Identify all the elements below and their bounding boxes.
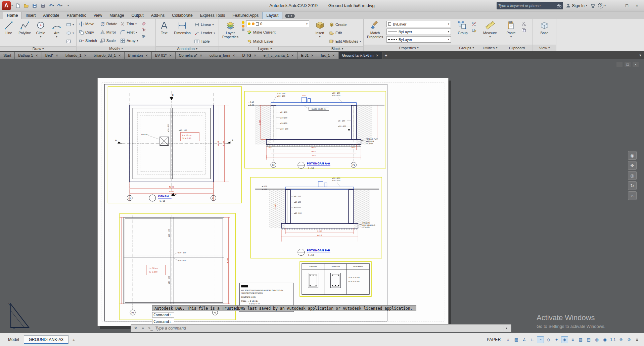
- close-icon[interactable]: ✕: [232, 54, 235, 57]
- make-current-button[interactable]: Make Current: [246, 28, 309, 36]
- ribbon-tab-express-tools[interactable]: Express Tools: [196, 12, 229, 19]
- erase-button[interactable]: [141, 20, 147, 27]
- object-snap-tracking-icon[interactable]: +: [553, 336, 560, 343]
- layer-dropdown[interactable]: 0 ▾: [246, 20, 309, 27]
- cut-button[interactable]: [521, 21, 527, 27]
- viewport-lower-plan[interactable]: ø10 - 100 ø10 - 100 ø10 - 100 ø10 - 100 …: [118, 213, 235, 320]
- ribbon-tab-home[interactable]: Home: [3, 12, 22, 19]
- orbit-button[interactable]: ↻: [628, 181, 637, 190]
- recent-commands-button[interactable]: ▲: [504, 326, 509, 331]
- ribbon-tab-featured-apps[interactable]: Featured Apps: [229, 12, 262, 19]
- zoom-extents-button[interactable]: ◎: [628, 171, 637, 180]
- layer-thaw-icon[interactable]: [242, 25, 244, 28]
- ribbon-tab-output[interactable]: Output: [128, 12, 147, 19]
- close-icon[interactable]: ✕: [332, 54, 335, 57]
- file-tab-ground-tank[interactable]: Ground tank 5x6 m✕: [339, 52, 382, 59]
- workspace-icon[interactable]: ⊛: [617, 336, 625, 343]
- layout-tab-groundtank-a3[interactable]: GROUNDTANK-A3: [24, 335, 68, 344]
- group-button[interactable]: Group: [456, 20, 469, 35]
- layer-properties-button[interactable]: Layer Properties: [221, 20, 240, 39]
- base-button[interactable]: Base: [537, 20, 552, 35]
- ortho-icon[interactable]: ∟: [529, 336, 536, 343]
- layer-on-icon[interactable]: [242, 21, 244, 24]
- new-layout-button[interactable]: +: [70, 336, 78, 344]
- dimension-button[interactable]: Dimension: [173, 20, 192, 35]
- hatch-button[interactable]: [65, 37, 75, 45]
- block-panel-footer[interactable]: Block▾: [311, 46, 363, 51]
- file-tab-bv01[interactable]: BV-01*✕: [152, 52, 176, 59]
- ribbon-tab-annotate[interactable]: Annotate: [39, 12, 63, 19]
- undo-button[interactable]: ↶▾: [48, 2, 55, 9]
- infer-constraints-icon[interactable]: ∠: [521, 336, 528, 343]
- annotation-monitor-icon[interactable]: ⊕: [626, 336, 633, 343]
- create-block-button[interactable]: Create: [328, 20, 362, 29]
- polar-tracking-icon[interactable]: ◔: [537, 336, 544, 343]
- doc-close-button[interactable]: ×: [633, 62, 639, 67]
- file-tab-efc-pianta1[interactable]: e_f_c_pianta_1✕: [260, 52, 298, 59]
- ungroup-button[interactable]: [471, 21, 477, 27]
- lineweight-icon[interactable]: ≡: [569, 336, 576, 343]
- close-icon[interactable]: ✕: [376, 54, 378, 57]
- file-tab-bed[interactable]: Bed*✕: [42, 52, 62, 59]
- file-tab-cornelia[interactable]: Cornelia-p*✕: [176, 52, 206, 59]
- customization-icon[interactable]: ≡: [634, 336, 641, 343]
- edit-attributes-button[interactable]: Edit Attributes▾: [328, 37, 362, 45]
- groups-panel-footer[interactable]: Groups▾: [454, 45, 479, 51]
- autoscale-icon[interactable]: ◉: [601, 336, 608, 343]
- redo-button[interactable]: ↷▾: [56, 2, 63, 9]
- rectangle-button[interactable]: ▾: [65, 20, 75, 29]
- leader-button[interactable]: Leader▾: [194, 29, 216, 37]
- paste-button[interactable]: Paste ▾: [503, 20, 519, 38]
- annotation-scale-icon[interactable]: 1:1: [609, 336, 616, 343]
- draw-panel-footer[interactable]: Draw▾: [0, 46, 76, 51]
- ellipse-button[interactable]: ▾: [65, 29, 75, 37]
- drawing-canvas[interactable]: – □ × ◉ ✥ ◎ ↻ ⌂: [0, 59, 644, 333]
- close-icon[interactable]: ✕: [118, 54, 121, 57]
- group-edit-button[interactable]: [471, 27, 477, 33]
- fillet-button[interactable]: Fillet▾: [120, 28, 139, 36]
- help-button[interactable]: ? ▾: [598, 3, 606, 8]
- clipboard-panel-footer[interactable]: Clipboard: [501, 45, 533, 51]
- open-button[interactable]: [22, 2, 30, 9]
- app-menu-caret-icon[interactable]: ▾: [11, 4, 13, 7]
- polyline-button[interactable]: Polyline: [18, 20, 32, 35]
- new-drawing-button[interactable]: [14, 2, 21, 9]
- table-button[interactable]: Table: [194, 37, 216, 45]
- close-icon[interactable]: ✕: [254, 54, 256, 57]
- qat-customize-button[interactable]: ▾: [64, 2, 72, 9]
- measure-button[interactable]: Measure ▾: [481, 20, 499, 38]
- file-tab-cottura-forni[interactable]: cottura_forni✕: [206, 52, 239, 59]
- search-input[interactable]: [498, 4, 556, 8]
- autocad-logo[interactable]: A: [2, 1, 11, 10]
- sign-in-button[interactable]: Sign In ▾: [566, 3, 587, 8]
- doc-restore-button[interactable]: □: [625, 62, 631, 67]
- file-tab-biliardo3d1[interactable]: biliardo_3d_1✕: [90, 52, 125, 59]
- utilities-panel-footer[interactable]: Utilities▾: [479, 45, 501, 51]
- paper-model-toggle[interactable]: PAPER: [487, 337, 501, 342]
- isodraft-icon[interactable]: ◇: [545, 336, 552, 343]
- doc-minimize-button[interactable]: –: [616, 62, 623, 67]
- annotation-panel-footer[interactable]: Annotation▾: [156, 46, 219, 51]
- file-tab-biliardo1[interactable]: biliardo_1✕: [62, 52, 90, 59]
- close-icon[interactable]: ✕: [311, 54, 314, 57]
- close-icon[interactable]: ✕: [200, 54, 202, 57]
- close-icon[interactable]: ✕: [291, 54, 294, 57]
- ribbon-tab-insert[interactable]: Insert: [22, 12, 39, 19]
- ribbon-tab-view[interactable]: View: [90, 12, 106, 19]
- array-button[interactable]: Array▾: [120, 37, 139, 45]
- properties-panel-footer[interactable]: Properties▾: [364, 45, 454, 51]
- explode-button[interactable]: [141, 27, 147, 33]
- stretch-button[interactable]: Stretch: [78, 37, 98, 45]
- ribbon-tab-layout[interactable]: Layout: [262, 12, 282, 19]
- layout-paper-sheet[interactable]: LUBANG ø10 - 100 ø10 - 100 t = 10 cm SL …: [97, 78, 449, 326]
- circle-button[interactable]: Circle ▾: [34, 20, 48, 38]
- app-store-cart-icon[interactable]: [590, 3, 595, 8]
- color-dropdown[interactable]: ByLayer▾: [386, 21, 451, 27]
- text-button[interactable]: Text: [157, 20, 171, 35]
- layers-panel-footer[interactable]: Layers▾: [219, 46, 311, 51]
- new-tab-button[interactable]: +: [382, 52, 390, 59]
- ribbon-display-toggle[interactable]: ●▾: [285, 14, 295, 18]
- grid-icon[interactable]: #: [505, 336, 512, 343]
- ribbon-tab-parametric[interactable]: Parametric: [63, 12, 90, 19]
- annotation-visibility-icon[interactable]: ◎: [593, 336, 600, 343]
